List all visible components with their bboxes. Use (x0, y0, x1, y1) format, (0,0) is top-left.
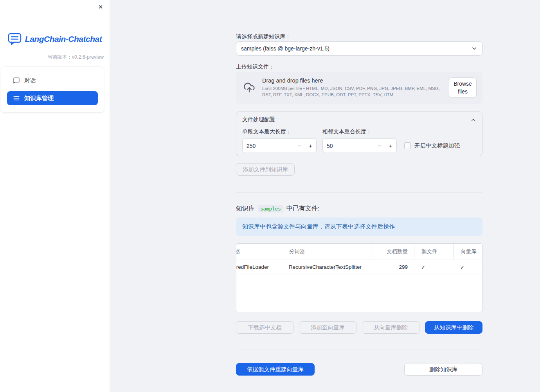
overlap-label: 相邻文本重合长度： (322, 128, 397, 135)
dropzone-text: Drag and drop files here Limit 200MB per… (262, 77, 449, 98)
file-actions-row: 下载选中文档 添加至向量库 从向量库删除 从知识库中删除 (236, 321, 482, 334)
chunk-size-value[interactable]: 250 (243, 143, 293, 149)
cell-docs-count: 299 (371, 259, 414, 275)
files-table: 文档加载器 分词器 文档数量 源文件 向量库 UnstructuredFileL… (236, 243, 482, 312)
app-logo: LangChain-Chatchat (0, 33, 110, 45)
file-config-expander: 文件处理配置 单段文本最大长度： 250 − + 相邻文本重合长度： 50 (236, 111, 482, 156)
sidebar-item-chat[interactable]: 对话 (7, 74, 98, 87)
checkbox-label: 开启中文标题加强 (414, 142, 460, 149)
sidebar: ✕ LangChain-Chatchat 当前版本：v0.2.6-preview… (0, 0, 110, 392)
chevron-down-icon (471, 45, 477, 52)
existing-files-heading: 知识库 samples 中已有文件: (236, 205, 482, 213)
remove-from-vector-store-button[interactable]: 从向量库删除 (362, 321, 419, 334)
table-header-row: 文档加载器 分词器 文档数量 源文件 向量库 (236, 244, 482, 259)
close-icon: ✕ (98, 4, 103, 10)
chunk-size-input[interactable]: 250 − + (242, 138, 317, 153)
download-selected-button[interactable]: 下载选中文档 (236, 321, 293, 334)
chevron-up-icon (470, 117, 476, 123)
step-down-button[interactable]: − (374, 139, 385, 153)
col-header-source-file: 源文件 (414, 244, 453, 259)
chat-bubble-icon (13, 77, 20, 84)
kb-actions-row: 依据源文件重建向量库 删除知识库 (236, 363, 482, 376)
kb-select-value: samples (faiss @ bge-large-zh-v1.5) (241, 45, 471, 52)
overlap-group: 相邻文本重合长度： 50 − + (322, 128, 397, 153)
rebuild-vector-store-button[interactable]: 依据源文件重建向量库 (236, 363, 315, 376)
app-title: LangChain-Chatchat (25, 34, 102, 44)
kb-select-label: 请选择或新建知识库： (236, 32, 482, 40)
overlap-input[interactable]: 50 − + (322, 138, 397, 153)
file-dropzone[interactable]: Drag and drop files here Limit 200MB per… (236, 72, 482, 104)
add-files-button[interactable]: 添加文件到知识库 (236, 163, 295, 176)
logo-chat-icon (8, 33, 22, 45)
version-label: 当前版本：v0.2.6-preview (47, 54, 104, 61)
dropzone-title: Drag and drop files here (262, 77, 449, 84)
step-up-button[interactable]: + (305, 139, 316, 153)
expander-title: 文件处理配置 (242, 116, 275, 123)
cell-loader: UnstructuredFileLoader (236, 259, 282, 275)
col-header-vector-store: 向量库 (453, 244, 482, 259)
cell-source-file-check: ✓ (414, 259, 453, 275)
main-content: 请选择或新建知识库： samples (faiss @ bge-large-zh… (236, 0, 482, 376)
delete-kb-button[interactable]: 删除知识库 (404, 363, 482, 376)
dropzone-limit: Limit 200MB per file • HTML, MD, JSON, C… (262, 86, 449, 98)
chunk-size-label: 单段文本最大长度： (242, 128, 317, 135)
chunk-size-group: 单段文本最大长度： 250 − + (242, 128, 317, 153)
kb-select[interactable]: samples (faiss @ bge-large-zh-v1.5) (236, 41, 482, 56)
col-header-docs-count: 文档数量 (371, 244, 414, 259)
sidebar-menu: 对话 知识库管理 (1, 67, 104, 113)
checkbox-icon (404, 142, 411, 149)
config-row: 单段文本最大长度： 250 − + 相邻文本重合长度： 50 − + 开启中文标… (242, 128, 476, 153)
sidebar-item-label: 知识库管理 (24, 95, 54, 102)
cell-splitter: RecursiveCharacterTextSplitter (282, 259, 371, 275)
col-header-splitter: 分词器 (282, 244, 371, 259)
divider (236, 349, 482, 349)
col-header-loader: 文档加载器 (236, 244, 282, 259)
sidebar-item-label: 对话 (24, 77, 36, 85)
expander-header[interactable]: 文件处理配置 (242, 112, 476, 128)
kb-name-code: samples (258, 205, 283, 212)
sidebar-close-button[interactable]: ✕ (96, 3, 105, 11)
info-banner: 知识库中包含源文件与向量库，请从下表中选择文件后操作 (236, 218, 482, 236)
sidebar-item-knowledge-base[interactable]: 知识库管理 (7, 91, 98, 105)
overlap-value[interactable]: 50 (323, 143, 374, 149)
upload-label: 上传知识文件： (236, 63, 482, 70)
step-down-button[interactable]: − (293, 139, 305, 153)
stack-icon (13, 95, 20, 102)
chinese-title-checkbox[interactable]: 开启中文标题加强 (404, 142, 460, 149)
existing-prefix: 知识库 (236, 205, 255, 213)
cloud-upload-icon (243, 82, 256, 94)
existing-suffix: 中已有文件: (286, 205, 319, 213)
delete-from-kb-button[interactable]: 从知识库中删除 (425, 321, 482, 334)
table-row[interactable]: UnstructuredFileLoader RecursiveCharacte… (236, 259, 482, 275)
add-to-vector-store-button[interactable]: 添加至向量库 (299, 321, 356, 334)
browse-files-button[interactable]: Browse files (449, 77, 477, 98)
divider (236, 192, 482, 192)
cell-vector-store-check: ✓ (453, 259, 482, 275)
step-up-button[interactable]: + (385, 139, 396, 153)
